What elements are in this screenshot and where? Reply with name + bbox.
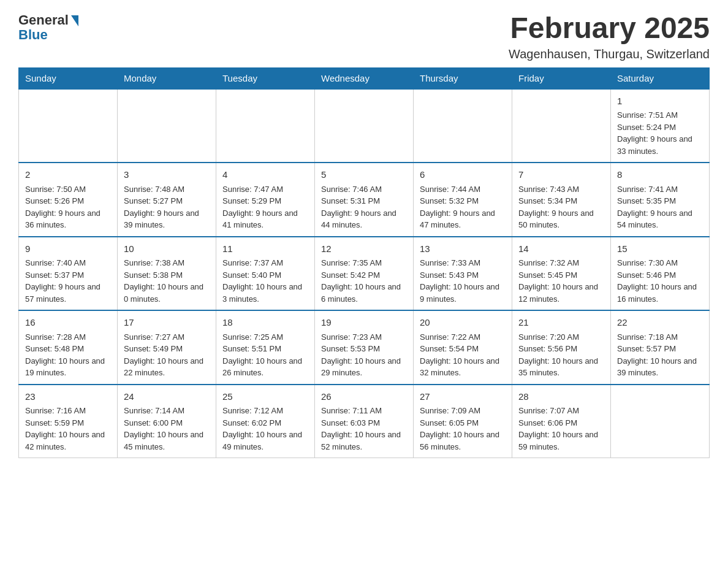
day-info: Sunrise: 7:22 AM Sunset: 5:54 PM Dayligh… — [420, 331, 506, 379]
calendar-cell: 16Sunrise: 7:28 AM Sunset: 5:48 PM Dayli… — [19, 310, 118, 385]
calendar-cell: 14Sunrise: 7:32 AM Sunset: 5:45 PM Dayli… — [512, 237, 611, 311]
day-info: Sunrise: 7:20 AM Sunset: 5:56 PM Dayligh… — [518, 331, 604, 379]
logo-general-text: General — [18, 12, 69, 28]
day-info: Sunrise: 7:41 AM Sunset: 5:35 PM Dayligh… — [617, 183, 703, 231]
day-info: Sunrise: 7:16 AM Sunset: 5:59 PM Dayligh… — [25, 405, 111, 453]
calendar-cell: 22Sunrise: 7:18 AM Sunset: 5:57 PM Dayli… — [611, 310, 710, 385]
day-number: 13 — [420, 242, 506, 256]
day-number: 21 — [518, 316, 604, 330]
day-info: Sunrise: 7:48 AM Sunset: 5:27 PM Dayligh… — [124, 183, 210, 231]
calendar-header-sunday: Sunday — [19, 67, 118, 89]
calendar-cell: 27Sunrise: 7:09 AM Sunset: 6:05 PM Dayli… — [414, 385, 512, 458]
day-info: Sunrise: 7:40 AM Sunset: 5:37 PM Dayligh… — [25, 257, 111, 305]
page-title: February 2025 — [509, 12, 710, 45]
day-number: 15 — [617, 242, 703, 256]
day-info: Sunrise: 7:28 AM Sunset: 5:48 PM Dayligh… — [25, 331, 111, 379]
day-number: 18 — [222, 316, 308, 330]
day-number: 26 — [321, 390, 407, 404]
day-number: 17 — [124, 316, 210, 330]
day-info: Sunrise: 7:35 AM Sunset: 5:42 PM Dayligh… — [321, 257, 407, 305]
day-info: Sunrise: 7:38 AM Sunset: 5:38 PM Dayligh… — [124, 257, 210, 305]
calendar-header-saturday: Saturday — [611, 67, 710, 89]
day-info: Sunrise: 7:33 AM Sunset: 5:43 PM Dayligh… — [420, 257, 506, 305]
day-number: 16 — [25, 316, 111, 330]
day-info: Sunrise: 7:18 AM Sunset: 5:57 PM Dayligh… — [617, 331, 703, 379]
calendar-cell: 12Sunrise: 7:35 AM Sunset: 5:42 PM Dayli… — [315, 237, 414, 311]
page-header: General Blue February 2025 Wagenhausen, … — [18, 12, 710, 61]
calendar-cell: 5Sunrise: 7:46 AM Sunset: 5:31 PM Daylig… — [315, 163, 414, 237]
day-number: 6 — [420, 168, 506, 182]
calendar-header-monday: Monday — [118, 67, 216, 89]
calendar-cell: 1Sunrise: 7:51 AM Sunset: 5:24 PM Daylig… — [611, 89, 710, 163]
calendar-cell: 21Sunrise: 7:20 AM Sunset: 5:56 PM Dayli… — [512, 310, 611, 385]
calendar-cell: 20Sunrise: 7:22 AM Sunset: 5:54 PM Dayli… — [414, 310, 512, 385]
day-info: Sunrise: 7:44 AM Sunset: 5:32 PM Dayligh… — [420, 183, 506, 231]
calendar-week-row: 16Sunrise: 7:28 AM Sunset: 5:48 PM Dayli… — [19, 310, 710, 385]
day-number: 20 — [420, 316, 506, 330]
day-number: 10 — [124, 242, 210, 256]
calendar-cell: 15Sunrise: 7:30 AM Sunset: 5:46 PM Dayli… — [611, 237, 710, 311]
calendar-week-row: 9Sunrise: 7:40 AM Sunset: 5:37 PM Daylig… — [19, 237, 710, 311]
logo-blue-text: Blue — [18, 27, 48, 43]
day-number: 2 — [25, 168, 111, 182]
calendar-cell: 7Sunrise: 7:43 AM Sunset: 5:34 PM Daylig… — [512, 163, 611, 237]
calendar-week-row: 23Sunrise: 7:16 AM Sunset: 5:59 PM Dayli… — [19, 385, 710, 458]
day-info: Sunrise: 7:47 AM Sunset: 5:29 PM Dayligh… — [222, 183, 308, 231]
calendar-cell: 28Sunrise: 7:07 AM Sunset: 6:06 PM Dayli… — [512, 385, 611, 458]
calendar-cell: 11Sunrise: 7:37 AM Sunset: 5:40 PM Dayli… — [216, 237, 315, 311]
day-info: Sunrise: 7:09 AM Sunset: 6:05 PM Dayligh… — [420, 405, 506, 453]
day-number: 19 — [321, 316, 407, 330]
day-info: Sunrise: 7:46 AM Sunset: 5:31 PM Dayligh… — [321, 183, 407, 231]
day-info: Sunrise: 7:30 AM Sunset: 5:46 PM Dayligh… — [617, 257, 703, 305]
day-number: 25 — [222, 390, 308, 404]
calendar-cell: 9Sunrise: 7:40 AM Sunset: 5:37 PM Daylig… — [19, 237, 118, 311]
day-info: Sunrise: 7:12 AM Sunset: 6:02 PM Dayligh… — [222, 405, 308, 453]
day-number: 3 — [124, 168, 210, 182]
calendar-cell: 2Sunrise: 7:50 AM Sunset: 5:26 PM Daylig… — [19, 163, 118, 237]
calendar-cell — [19, 89, 118, 163]
subtitle: Wagenhausen, Thurgau, Switzerland — [509, 47, 710, 61]
calendar-cell: 13Sunrise: 7:33 AM Sunset: 5:43 PM Dayli… — [414, 237, 512, 311]
calendar-cell: 26Sunrise: 7:11 AM Sunset: 6:03 PM Dayli… — [315, 385, 414, 458]
day-info: Sunrise: 7:37 AM Sunset: 5:40 PM Dayligh… — [222, 257, 308, 305]
calendar-header-wednesday: Wednesday — [315, 67, 414, 89]
calendar-table: SundayMondayTuesdayWednesdayThursdayFrid… — [18, 67, 710, 459]
calendar-cell: 19Sunrise: 7:23 AM Sunset: 5:53 PM Dayli… — [315, 310, 414, 385]
calendar-cell: 24Sunrise: 7:14 AM Sunset: 6:00 PM Dayli… — [118, 385, 216, 458]
title-block: February 2025 Wagenhausen, Thurgau, Swit… — [509, 12, 710, 61]
day-info: Sunrise: 7:07 AM Sunset: 6:06 PM Dayligh… — [518, 405, 604, 453]
calendar-cell: 8Sunrise: 7:41 AM Sunset: 5:35 PM Daylig… — [611, 163, 710, 237]
day-number: 28 — [518, 390, 604, 404]
calendar-cell — [512, 89, 611, 163]
day-number: 7 — [518, 168, 604, 182]
day-number: 23 — [25, 390, 111, 404]
calendar-cell — [315, 89, 414, 163]
calendar-cell — [216, 89, 315, 163]
calendar-header-row: SundayMondayTuesdayWednesdayThursdayFrid… — [19, 67, 710, 89]
day-number: 12 — [321, 242, 407, 256]
calendar-cell: 10Sunrise: 7:38 AM Sunset: 5:38 PM Dayli… — [118, 237, 216, 311]
logo: General Blue — [18, 12, 78, 43]
calendar-header-thursday: Thursday — [414, 67, 512, 89]
day-info: Sunrise: 7:27 AM Sunset: 5:49 PM Dayligh… — [124, 331, 210, 379]
logo-arrow-icon — [71, 15, 78, 26]
calendar-cell — [611, 385, 710, 458]
calendar-week-row: 1Sunrise: 7:51 AM Sunset: 5:24 PM Daylig… — [19, 89, 710, 163]
day-number: 8 — [617, 168, 703, 182]
day-number: 27 — [420, 390, 506, 404]
calendar-cell: 25Sunrise: 7:12 AM Sunset: 6:02 PM Dayli… — [216, 385, 315, 458]
day-number: 14 — [518, 242, 604, 256]
day-info: Sunrise: 7:51 AM Sunset: 5:24 PM Dayligh… — [617, 109, 703, 157]
calendar-cell: 6Sunrise: 7:44 AM Sunset: 5:32 PM Daylig… — [414, 163, 512, 237]
day-info: Sunrise: 7:25 AM Sunset: 5:51 PM Dayligh… — [222, 331, 308, 379]
day-number: 24 — [124, 390, 210, 404]
day-info: Sunrise: 7:23 AM Sunset: 5:53 PM Dayligh… — [321, 331, 407, 379]
calendar-header-tuesday: Tuesday — [216, 67, 315, 89]
day-number: 9 — [25, 242, 111, 256]
calendar-cell: 3Sunrise: 7:48 AM Sunset: 5:27 PM Daylig… — [118, 163, 216, 237]
day-info: Sunrise: 7:11 AM Sunset: 6:03 PM Dayligh… — [321, 405, 407, 453]
day-number: 22 — [617, 316, 703, 330]
day-number: 11 — [222, 242, 308, 256]
calendar-cell: 23Sunrise: 7:16 AM Sunset: 5:59 PM Dayli… — [19, 385, 118, 458]
day-number: 4 — [222, 168, 308, 182]
